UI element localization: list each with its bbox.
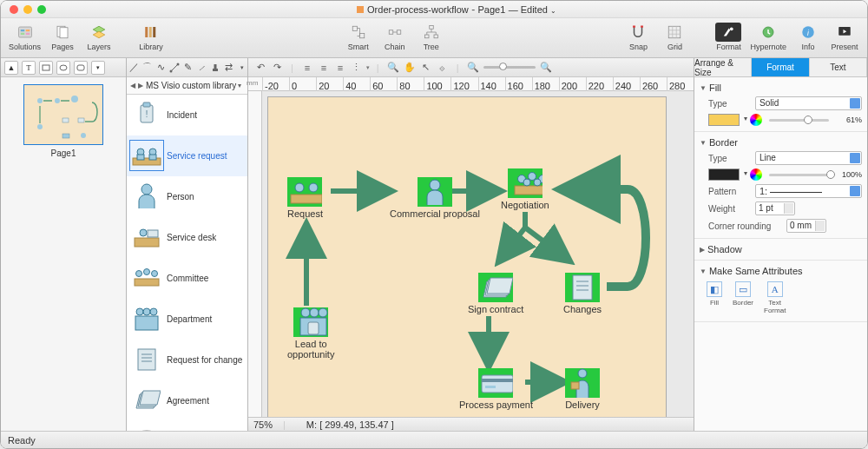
svg-rect-15	[430, 26, 434, 30]
fill-color-swatch[interactable]	[708, 114, 740, 126]
node-icon	[418, 177, 452, 207]
node-sign-contract[interactable]: Sign contract	[468, 273, 523, 314]
chevron-down-icon[interactable]: ▾	[238, 82, 241, 89]
library-button[interactable]: Library	[134, 21, 168, 53]
window-close-icon[interactable]	[10, 5, 18, 14]
connector-tool-icon[interactable]	[169, 62, 181, 74]
dropdown-chevron-icon[interactable]: ▾	[237, 62, 248, 74]
rect-tool-icon[interactable]	[39, 61, 53, 75]
zoom-in-icon[interactable]: 🔍	[539, 61, 553, 75]
grid-button[interactable]: Grid	[657, 21, 692, 53]
zoom-slider[interactable]	[483, 66, 536, 69]
library-item[interactable]: Department	[127, 299, 247, 340]
node-negotiation[interactable]: Negotiation	[501, 168, 549, 210]
library-item-icon	[130, 263, 163, 293]
node-changes[interactable]: Changes	[563, 273, 602, 314]
tab-text[interactable]: Text	[810, 58, 867, 76]
library-item[interactable]: Configuration ma ...	[127, 421, 247, 431]
svg-rect-65	[135, 316, 158, 330]
corner-rounding-field[interactable]: 0 mm	[786, 219, 826, 233]
format-button[interactable]: Format	[711, 21, 746, 53]
node-delivery[interactable]: Delivery	[565, 368, 600, 410]
svg-point-88	[319, 308, 327, 317]
info-button[interactable]: i Info	[791, 21, 825, 53]
node-label: Changes	[563, 304, 602, 314]
fill-opacity-slider[interactable]	[769, 119, 829, 122]
make-same-border-button[interactable]: ▭Border	[733, 281, 753, 314]
node-label: Commercial proposal	[390, 208, 480, 219]
canvas-area[interactable]: RequestCommercial proposalNegotiationLea…	[248, 91, 694, 417]
library-item[interactable]: Agreement	[127, 380, 247, 421]
library-item[interactable]: Service desk	[127, 217, 247, 258]
color-wheel-icon[interactable]	[750, 114, 762, 126]
ellipse-tool-icon[interactable]	[56, 61, 70, 75]
distribute-icon[interactable]: ⋮	[350, 61, 364, 75]
align-left-icon[interactable]: ≡	[300, 61, 314, 75]
stamp-tool-icon[interactable]	[209, 62, 220, 74]
spline-tool-icon[interactable]: ∿	[155, 62, 167, 74]
chevron-left-icon[interactable]: ◀	[130, 82, 135, 89]
line-tool-icon[interactable]: ／	[128, 62, 140, 74]
pointer-tool-icon[interactable]: ▲	[4, 61, 18, 75]
pages-button[interactable]: Pages	[45, 21, 80, 53]
border-type-select[interactable]: Line	[755, 151, 862, 165]
svg-text:!: !	[145, 109, 148, 119]
border-color-swatch[interactable]	[708, 168, 740, 181]
node-request[interactable]: Request	[287, 177, 323, 219]
window-zoom-icon[interactable]	[37, 5, 46, 14]
present-button[interactable]: Present	[827, 21, 862, 53]
border-opacity-slider[interactable]	[769, 174, 829, 176]
library-item[interactable]: Request for change	[127, 340, 247, 380]
swap-tool-icon[interactable]: ⇄	[223, 62, 234, 74]
align-right-icon[interactable]: ≡	[333, 61, 347, 75]
text-tool-icon[interactable]: T	[22, 61, 36, 75]
section-shadow[interactable]: ▶Shadow	[694, 239, 867, 261]
tab-format[interactable]: Format	[752, 58, 809, 76]
zoom-tool-icon[interactable]: 🔍	[386, 61, 400, 75]
hand-tool-icon[interactable]: ✋	[403, 61, 417, 75]
page[interactable]: RequestCommercial proposalNegotiationLea…	[267, 96, 667, 417]
undo-icon[interactable]: ↶	[253, 61, 267, 75]
tree-button[interactable]: Tree	[414, 21, 449, 53]
library-item[interactable]: !Incident	[127, 95, 247, 135]
more-tool-icon[interactable]: ▾	[91, 61, 105, 75]
smart-button[interactable]: Smart	[341, 21, 376, 53]
node-lead-to-opportunity[interactable]: Lead to opportunity	[287, 307, 334, 360]
library-item[interactable]: Committee	[127, 258, 247, 299]
border-weight-field[interactable]: 1 pt	[755, 201, 795, 215]
chevron-right-icon[interactable]: ▶	[138, 82, 143, 89]
svg-point-54	[141, 184, 152, 195]
pages-pane: ▲ T ▾ Page1	[1, 58, 127, 431]
svg-point-79	[430, 180, 440, 190]
arc-tool-icon[interactable]: ⌒	[142, 62, 154, 74]
pointer-icon[interactable]: ↖	[419, 61, 433, 75]
node-icon	[565, 273, 600, 302]
align-center-icon[interactable]: ≡	[317, 61, 331, 75]
fill-type-select[interactable]: Solid	[755, 96, 862, 110]
chain-button[interactable]: Chain	[378, 21, 412, 53]
make-same-text-button[interactable]: AText Format	[764, 281, 786, 314]
window-minimize-icon[interactable]	[23, 5, 32, 14]
border-pattern-select[interactable]: 1:	[755, 184, 862, 198]
rounded-tool-icon[interactable]	[74, 61, 88, 75]
color-wheel-icon[interactable]	[750, 168, 762, 181]
node-process-payment[interactable]: Process payment	[459, 368, 533, 410]
solutions-button[interactable]: Solutions	[6, 21, 43, 53]
node-commercial-proposal[interactable]: Commercial proposal	[390, 177, 480, 219]
page-thumbnail[interactable]	[23, 84, 103, 145]
border-opacity-value: 100%	[836, 170, 862, 179]
lasso-icon[interactable]: ⟐	[436, 61, 450, 75]
library-item[interactable]: Person	[127, 176, 247, 217]
tab-arrange[interactable]: Arrange & Size	[694, 58, 752, 76]
snap-button[interactable]: Snap	[621, 21, 655, 53]
svg-point-34	[37, 98, 43, 103]
hypernote-button[interactable]: Hypernote	[747, 21, 789, 53]
eyedropper-tool-icon[interactable]: ⟋	[196, 62, 207, 74]
section-make-same: ▼Make Same Attributes ◧Fill ▭Border ATex…	[694, 261, 867, 322]
layers-button[interactable]: Layers	[82, 21, 116, 53]
redo-icon[interactable]: ↷	[270, 61, 284, 75]
zoom-out-icon[interactable]: 🔍	[466, 61, 480, 75]
pencil-tool-icon[interactable]: ✎	[182, 62, 194, 74]
make-same-fill-button[interactable]: ◧Fill	[707, 281, 722, 314]
library-item[interactable]: Service request	[127, 135, 247, 176]
